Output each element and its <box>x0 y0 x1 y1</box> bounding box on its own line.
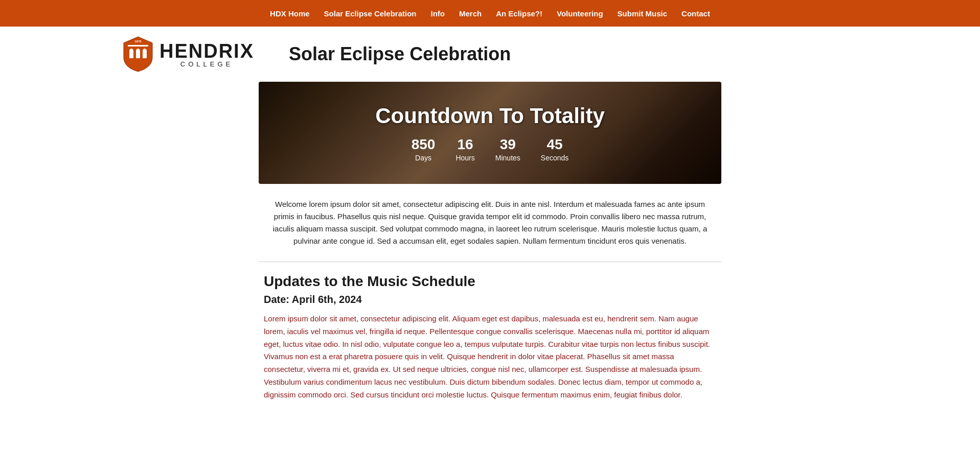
countdown-unit: 39Minutes <box>495 137 520 162</box>
countdown-unit: 850Days <box>412 137 436 162</box>
countdown-label: Seconds <box>541 154 568 162</box>
svg-rect-3 <box>143 50 147 58</box>
nav-merch[interactable]: Merch <box>459 9 482 18</box>
updates-section: Updates to the Music Schedule Date: Apri… <box>259 273 721 421</box>
countdown-value: 850 <box>412 137 436 152</box>
svg-rect-1 <box>129 50 133 58</box>
countdown-value: 45 <box>546 137 562 152</box>
countdown-title: Countdown To Totality <box>375 104 605 128</box>
updates-body: Lorem ipsum dolor sit amet, consectetur … <box>264 313 716 401</box>
countdown-label: Hours <box>455 154 474 162</box>
svg-text:1876: 1876 <box>134 40 142 43</box>
college-wordmark: HENDRIX <box>159 41 254 61</box>
page-header: 1876 HENDRIX COLLEGE Solar Eclipse Celeb… <box>0 27 980 82</box>
college-sub: COLLEGE <box>159 61 254 67</box>
updates-title: Updates to the Music Schedule <box>264 273 716 290</box>
updates-date: Date: April 6th, 2024 <box>264 294 716 306</box>
nav-volunteering[interactable]: Volunteering <box>557 9 603 18</box>
section-divider <box>259 262 721 262</box>
nav-submit-music[interactable]: Submit Music <box>618 9 668 18</box>
countdown-unit: 16Hours <box>455 137 474 162</box>
shield-logo: 1876 <box>123 36 153 73</box>
page-title: Solar Eclipse Celebration <box>289 43 511 65</box>
countdown-label: Minutes <box>495 154 520 162</box>
nav-contact[interactable]: Contact <box>681 9 710 18</box>
countdown-unit: 45Seconds <box>541 137 568 162</box>
top-navigation: HDX HomeSolar Eclipse CelebrationInfoMer… <box>0 0 980 27</box>
countdown-value: 16 <box>458 137 473 152</box>
nav-info[interactable]: Info <box>430 9 445 18</box>
svg-rect-0 <box>128 45 148 46</box>
logo-area: 1876 HENDRIX COLLEGE <box>123 36 254 73</box>
countdown-value: 39 <box>500 137 516 152</box>
nav-an-eclipse[interactable]: An Eclipse?! <box>496 9 542 18</box>
nav-solar-eclipse[interactable]: Solar Eclipse Celebration <box>324 9 417 18</box>
svg-rect-2 <box>136 50 140 58</box>
nav-hdx-home[interactable]: HDX Home <box>270 9 310 18</box>
countdown-label: Days <box>415 154 431 162</box>
college-name-area: HENDRIX COLLEGE <box>159 41 254 67</box>
hero-countdown-section: Countdown To Totality 850Days16Hours39Mi… <box>259 82 721 184</box>
hero-content: Countdown To Totality 850Days16Hours39Mi… <box>259 82 721 184</box>
intro-text: Welcome lorem ipsum dolor sit amet, cons… <box>259 198 721 247</box>
countdown-numbers: 850Days16Hours39Minutes45Seconds <box>412 137 569 162</box>
